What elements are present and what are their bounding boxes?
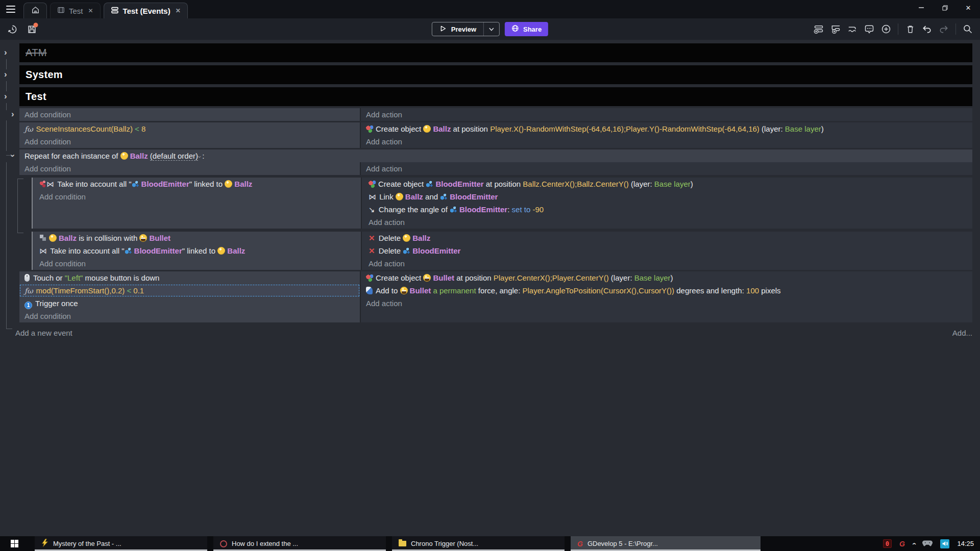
fold-chevron[interactable]: › bbox=[4, 93, 7, 100]
action-row[interactable]: ↘ Change the angle of BloodEmitter: set … bbox=[362, 203, 972, 216]
preview-options-dropdown[interactable] bbox=[484, 22, 499, 36]
volume-icon[interactable] bbox=[940, 539, 949, 548]
preview-button[interactable]: Preview bbox=[432, 22, 500, 36]
taskbar-item-browser[interactable]: How do I extend the ... bbox=[213, 536, 386, 551]
function-icon: ƒω bbox=[24, 125, 33, 133]
gamepad-icon[interactable] bbox=[922, 539, 933, 548]
add-condition-placeholder[interactable]: Add condition bbox=[33, 190, 361, 203]
show-hidden-icons-chevron[interactable]: › bbox=[910, 542, 918, 545]
fold-chevron[interactable]: › bbox=[11, 111, 14, 118]
condition-row[interactable]: Touch or "Left" mouse button is down bbox=[19, 271, 360, 284]
undo-icon[interactable] bbox=[922, 24, 932, 34]
collision-icon bbox=[39, 234, 47, 242]
add-condition-placeholder[interactable]: Add condition bbox=[19, 108, 360, 121]
action-row[interactable]: ✕ Delete BloodEmitter bbox=[362, 244, 972, 257]
add-condition-placeholder[interactable]: Add condition bbox=[19, 135, 360, 148]
action-row[interactable]: ⋈ Link Ballz and BloodEmitter bbox=[362, 190, 972, 203]
bullet-object-icon bbox=[400, 287, 408, 294]
function-icon: ƒω bbox=[24, 287, 33, 295]
fold-chevron-expanded[interactable]: › bbox=[9, 154, 16, 157]
clock[interactable]: 14:25 bbox=[957, 540, 974, 547]
taskbar-item-label: Mystery of the Past - ... bbox=[53, 540, 121, 547]
add-condition-placeholder[interactable]: Add condition bbox=[33, 257, 361, 270]
fold-chevron[interactable]: › bbox=[4, 49, 7, 56]
close-tab-icon[interactable]: ✕ bbox=[176, 7, 181, 14]
action-row[interactable]: Create object Ballz at position Player.X… bbox=[361, 122, 972, 135]
tree-line bbox=[6, 59, 7, 69]
create-object-icon bbox=[366, 125, 374, 133]
share-button[interactable]: Share bbox=[505, 22, 548, 36]
add-event-icon[interactable] bbox=[814, 24, 824, 34]
create-object-icon bbox=[366, 274, 374, 282]
create-object-icon bbox=[369, 180, 376, 188]
taskbar-item-label: Chrono Trigger (Nost... bbox=[411, 540, 478, 547]
add-more-button[interactable]: Add... bbox=[952, 329, 972, 337]
add-action-placeholder[interactable]: Add action bbox=[361, 297, 972, 310]
close-window-button[interactable]: ✕ bbox=[957, 0, 980, 15]
add-comment-icon[interactable] bbox=[864, 24, 874, 34]
action-row[interactable]: ✕ Delete Ballz bbox=[362, 232, 972, 244]
add-other-events-icon[interactable] bbox=[847, 24, 857, 34]
condition-row[interactable]: Ballz is in collision with Bullet bbox=[33, 232, 361, 244]
tray-gdevelop-icon[interactable]: G bbox=[899, 540, 905, 548]
tree-line bbox=[6, 120, 7, 151]
taskbar-item-winamp[interactable]: Mystery of the Past - ... bbox=[35, 536, 207, 551]
add-new-event-button[interactable]: Add a new event bbox=[15, 329, 72, 337]
add-subevent-icon[interactable] bbox=[830, 24, 841, 34]
bloodemitter-object-icon bbox=[426, 180, 433, 188]
event-group-test[interactable]: Test bbox=[19, 87, 972, 106]
minimize-button[interactable] bbox=[910, 0, 933, 15]
tab-test-scene[interactable]: Test ✕ bbox=[50, 3, 101, 18]
history-icon[interactable] bbox=[7, 24, 17, 34]
condition-row[interactable]: ⋈ Take into account all "BloodEmitter" l… bbox=[33, 178, 361, 190]
close-tab-icon[interactable]: ✕ bbox=[88, 7, 93, 14]
event-group-system[interactable]: System bbox=[19, 65, 972, 84]
add-condition-placeholder[interactable]: Add condition bbox=[19, 162, 360, 175]
action-row[interactable]: Create object BloodEmitter at position B… bbox=[362, 178, 972, 190]
home-tab[interactable] bbox=[23, 3, 47, 18]
mouse-icon bbox=[24, 274, 30, 282]
tray-counter-icon[interactable]: 0 bbox=[883, 539, 892, 548]
start-button[interactable] bbox=[0, 536, 29, 551]
ballz-object-icon bbox=[120, 152, 128, 160]
delete-icon[interactable] bbox=[905, 24, 915, 34]
order-dropdown-caret: › bbox=[193, 156, 206, 158]
taskbar-item-label: How do I extend the ... bbox=[232, 540, 298, 547]
action-row[interactable]: Create object Bullet at position Player.… bbox=[361, 271, 972, 284]
redo-icon[interactable] bbox=[939, 24, 949, 34]
condition-row[interactable]: ƒωSceneInstancesCount(Ballz) < 8 bbox=[19, 122, 360, 135]
save-icon[interactable] bbox=[27, 24, 37, 34]
event-group-atm[interactable]: ATM bbox=[19, 43, 972, 62]
add-action-placeholder[interactable]: Add action bbox=[361, 108, 972, 121]
add-action-placeholder[interactable]: Add action bbox=[361, 135, 972, 148]
tree-line bbox=[17, 179, 23, 179]
share-label: Share bbox=[523, 26, 542, 33]
add-condition-placeholder[interactable]: Add condition bbox=[19, 310, 360, 322]
add-action-placeholder[interactable]: Add action bbox=[362, 257, 972, 270]
condition-row[interactable]: ⋈ Take into account all "BloodEmitter" l… bbox=[33, 244, 361, 257]
angle-icon: ↘ bbox=[369, 205, 377, 214]
tab-test-events[interactable]: Test (Events) ✕ bbox=[104, 3, 188, 18]
chevron-down-icon bbox=[489, 28, 494, 31]
main-menu-icon[interactable] bbox=[0, 0, 21, 18]
link-icon: ⋈ bbox=[46, 180, 56, 188]
taskbar-item-gdevelop[interactable]: G GDevelop 5 - E:\Progr... bbox=[571, 536, 761, 551]
fold-chevron[interactable]: › bbox=[4, 71, 7, 78]
preview-label: Preview bbox=[451, 26, 476, 33]
search-icon[interactable] bbox=[963, 24, 973, 34]
delete-icon: ✕ bbox=[369, 234, 377, 242]
add-action-placeholder[interactable]: Add action bbox=[362, 216, 972, 229]
ballz-object-icon bbox=[403, 234, 410, 242]
taskbar-item-folder[interactable]: Chrono Trigger (Nost... bbox=[392, 536, 565, 551]
home-icon bbox=[31, 6, 40, 16]
add-circle-icon[interactable] bbox=[881, 24, 891, 34]
windows-logo-icon bbox=[11, 540, 18, 547]
action-row[interactable]: Add to Bullet a permanent force, angle: … bbox=[361, 284, 972, 297]
add-action-placeholder[interactable]: Add action bbox=[361, 162, 972, 175]
condition-row[interactable]: 1Trigger once bbox=[19, 297, 360, 310]
tree-line bbox=[17, 179, 18, 233]
repeat-header-row[interactable]: Repeat for each instance of Ballz (defau… bbox=[19, 149, 972, 162]
condition-row-selected[interactable]: ƒωmod(TimeFromStart(),0.2) < 0.1 bbox=[19, 284, 360, 297]
ballz-object-icon bbox=[225, 180, 232, 188]
restore-button[interactable] bbox=[933, 0, 957, 15]
